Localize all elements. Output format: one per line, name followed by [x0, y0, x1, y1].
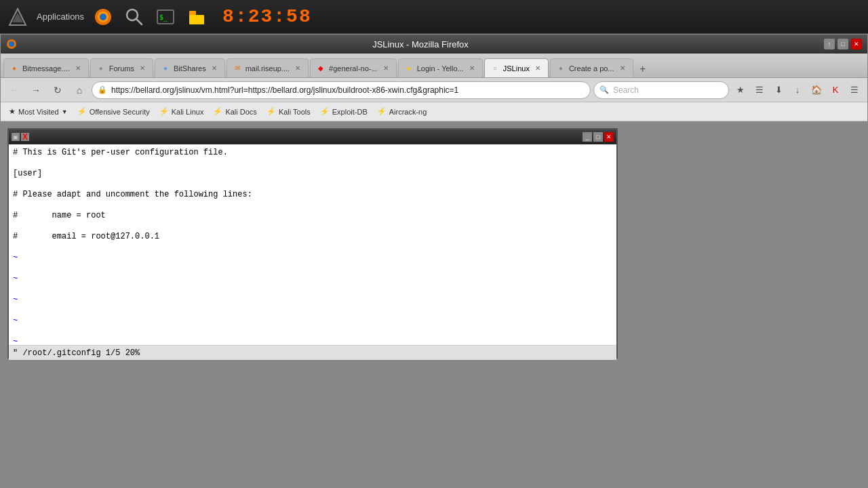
bookmark-kali-docs[interactable]: ⚡ Kali Docs: [209, 106, 260, 117]
vim-minimize-btn[interactable]: _: [583, 132, 592, 142]
forward-button[interactable]: →: [26, 81, 45, 100]
vim-title-icons: ▣ X: [12, 133, 29, 141]
svg-line-6: [136, 19, 142, 24]
tab-login[interactable]: ● Login - Yello... ✕: [398, 58, 483, 77]
bookmark-kali-linux[interactable]: ⚡ Kali Linux: [155, 106, 208, 117]
tab-create-close[interactable]: ✕: [618, 64, 627, 73]
terminal-taskbar-icon[interactable]: $_: [153, 5, 178, 29]
tab-bitmessage-favicon: ●: [9, 64, 19, 73]
tab-general[interactable]: ◆ #general-no-... ✕: [310, 58, 397, 77]
vim-editor[interactable]: # This is Git's per-user configuration f…: [9, 144, 616, 345]
kali-linux-icon: ⚡: [159, 107, 169, 116]
vim-icon1: ▣: [12, 133, 20, 141]
tab-mail[interactable]: ✉ mail.riseup.... ✕: [226, 58, 309, 77]
bookmark-most-visited-label: Most Visited: [18, 108, 59, 116]
browser-restore-btn[interactable]: □: [837, 39, 848, 49]
kali-docs-icon: ⚡: [213, 107, 222, 116]
tab-bitmessage[interactable]: ● Bitmessage.... ✕: [3, 58, 89, 77]
svg-point-12: [9, 41, 14, 47]
clock-display: 8:23:58: [222, 6, 312, 27]
vim-line-4: # name = root: [13, 210, 612, 222]
tab-login-close[interactable]: ✕: [467, 64, 477, 73]
bookmark-exploit-db[interactable]: ⚡ Exploit-DB: [316, 106, 372, 117]
tabs-bar: ● Bitmessage.... ✕ ● Forums ✕ ● BitShare…: [1, 54, 867, 78]
tab-bitshares[interactable]: ● BitShares ✕: [155, 58, 225, 77]
browser-minimize-btn[interactable]: ↑: [824, 39, 835, 49]
vim-window[interactable]: ▣ X _ □ ✕ # This is Git's per-user confi…: [7, 128, 618, 359]
bookmark-aircrack-ng-label: Aircrack-ng: [389, 108, 427, 116]
firefox-title-icon: [6, 39, 17, 49]
tab-create-label: Create a po...: [569, 64, 614, 73]
tab-create[interactable]: ● Create a po... ✕: [550, 58, 633, 77]
most-visited-icon: ★: [9, 107, 16, 116]
browser-titlebar: JSLinux - Mozilla Firefox ↑ □ ✕: [1, 35, 867, 54]
bookmark-kali-tools[interactable]: ⚡ Kali Tools: [262, 106, 315, 117]
applications-menu[interactable]: [5, 5, 30, 29]
tab-login-favicon: ●: [404, 64, 414, 73]
tab-jslinux[interactable]: ○ JSLinux ✕: [484, 58, 549, 77]
bookmark-star-button[interactable]: ★: [732, 81, 749, 99]
home-button[interactable]: ⌂: [70, 81, 89, 100]
address-bar[interactable]: 🔒 https://bellard.org/jslinux/vm.html?ur…: [92, 81, 591, 99]
tab-jslinux-close[interactable]: ✕: [533, 64, 542, 73]
tab-bitmessage-label: Bitmessage....: [22, 64, 70, 73]
new-tab-button[interactable]: +: [635, 61, 651, 77]
taskbar-left: Applications $_: [5, 5, 312, 29]
taskbar: Applications $_: [0, 0, 868, 34]
tab-mail-favicon: ✉: [233, 64, 242, 73]
search-placeholder: Search: [613, 85, 639, 95]
vim-titlebar: ▣ X _ □ ✕: [9, 129, 616, 144]
search-icon: 🔍: [599, 85, 609, 94]
menu-button[interactable]: ☰: [846, 81, 863, 99]
bookmark-most-visited[interactable]: ★ Most Visited ▼: [5, 106, 72, 117]
vim-tilde-5: ~: [13, 336, 612, 345]
chevron-down-icon: ▼: [62, 108, 68, 115]
reader-view-button[interactable]: ☰: [751, 81, 768, 99]
back-button[interactable]: ←: [5, 81, 24, 100]
bookmark-offensive-security-label: Offensive Security: [90, 108, 150, 116]
tab-jslinux-label: JSLinux: [503, 64, 530, 73]
bookmark-kali-docs-label: Kali Docs: [225, 108, 256, 116]
bookmark-offensive-security[interactable]: ⚡ Offensive Security: [73, 106, 154, 117]
vim-win-buttons: _ □ ✕: [583, 132, 614, 142]
tab-bitshares-favicon: ●: [161, 64, 170, 73]
vim-icon2: X: [21, 133, 29, 141]
bookmark-aircrack-ng[interactable]: ⚡ Aircrack-ng: [373, 106, 431, 117]
svg-point-4: [100, 14, 106, 20]
tab-create-favicon: ●: [556, 64, 566, 73]
browser-title: JSLinux - Mozilla Firefox: [17, 39, 824, 49]
vim-line-5: # email = root@127.0.0.1: [13, 231, 612, 243]
toolbar-icons: ★ ☰ ⬇ ↓ 🏠 K ☰: [732, 81, 863, 99]
firefox-taskbar-icon[interactable]: [91, 5, 115, 29]
vim-close-btn[interactable]: ✕: [604, 132, 614, 142]
aircrack-ng-icon: ⚡: [377, 107, 387, 116]
files-taskbar-icon[interactable]: [184, 5, 209, 29]
vim-statusbar: " /root/.gitconfig 1/5 20%: [9, 345, 616, 360]
svg-rect-10: [189, 15, 204, 24]
tab-forums[interactable]: ● Forums ✕: [90, 58, 153, 77]
search-taskbar-icon[interactable]: [122, 5, 146, 29]
browser-maximize-btn[interactable]: ✕: [851, 39, 862, 49]
tab-login-label: Login - Yello...: [417, 64, 464, 73]
home-nav-button[interactable]: 🏠: [808, 81, 825, 99]
pocket-button[interactable]: ⬇: [770, 81, 787, 99]
tab-bitshares-label: BitShares: [174, 64, 206, 73]
nav-bar: ← → ↻ ⌂ 🔒 https://bellard.org/jslinux/vm…: [1, 78, 867, 102]
vim-maximize-btn[interactable]: □: [593, 132, 603, 142]
kali-button[interactable]: K: [827, 81, 844, 99]
tab-general-label: #general-no-...: [329, 64, 378, 73]
search-bar[interactable]: 🔍 Search: [593, 81, 729, 99]
reload-button[interactable]: ↻: [48, 81, 67, 100]
tab-mail-close[interactable]: ✕: [293, 64, 302, 73]
vim-status-text: " /root/.gitconfig 1/5 20%: [13, 348, 140, 358]
bookmark-exploit-db-label: Exploit-DB: [332, 108, 368, 116]
tab-bitmessage-close[interactable]: ✕: [73, 64, 83, 73]
tab-forums-close[interactable]: ✕: [138, 64, 147, 73]
applications-label[interactable]: Applications: [37, 12, 84, 22]
tab-bitshares-close[interactable]: ✕: [210, 64, 219, 73]
downloads-button[interactable]: ↓: [789, 81, 806, 99]
lock-icon: 🔒: [98, 85, 107, 94]
tab-general-close[interactable]: ✕: [381, 64, 391, 73]
tab-jslinux-favicon: ○: [490, 64, 500, 73]
exploit-db-icon: ⚡: [320, 107, 330, 116]
